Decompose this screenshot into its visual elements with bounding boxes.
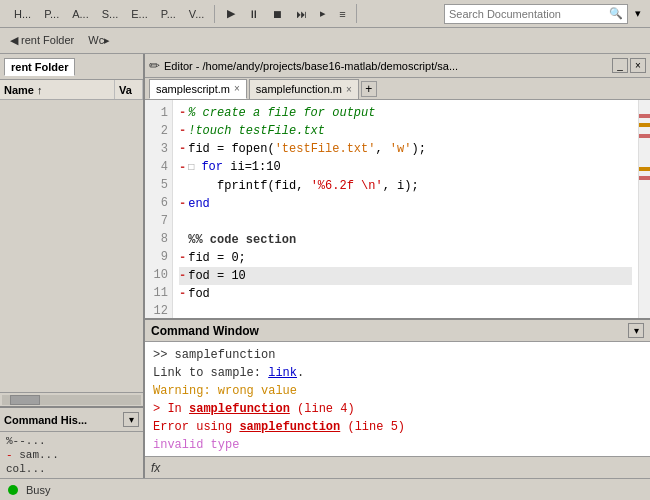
cmd-line-4: > In samplefunction (line 4)	[153, 400, 642, 418]
code-line-3: - fid = fopen('testFile.txt', 'w');	[179, 140, 632, 158]
code-line-2: - !touch testFile.txt	[179, 122, 632, 140]
editor-titlebar: ✏ Editor - /home/andy/projects/base16-ma…	[145, 54, 650, 78]
cmd-line-6: invalid type	[153, 436, 642, 454]
code-line-6: - end	[179, 195, 632, 213]
command-window-title: Command Window	[151, 324, 259, 338]
menu-e[interactable]: E...	[125, 5, 154, 23]
left-panel: rent Folder Name ↑ Va Command His... ▾	[0, 54, 145, 478]
search-button[interactable]: 🔍	[609, 7, 623, 20]
cmd-fx-bar: fx	[145, 456, 650, 478]
samplefunction-link-5[interactable]: samplefunction	[239, 420, 340, 434]
list-item: - sam...	[6, 448, 137, 462]
filter-button[interactable]: ▾	[630, 4, 646, 23]
cmd-line-2: Link to sample: link.	[153, 364, 642, 382]
fx-label: fx	[151, 461, 160, 475]
hscroll-thumb[interactable]	[10, 395, 40, 405]
tab-samplescript[interactable]: samplescript.m ×	[149, 79, 247, 99]
code-line-8: - %% code section	[179, 231, 632, 249]
file-list	[0, 100, 143, 392]
samplefunction-link-4[interactable]: samplefunction	[189, 402, 290, 416]
menu-a[interactable]: A...	[66, 5, 95, 23]
col-name-header[interactable]: Name ↑	[0, 80, 115, 99]
wc-btn[interactable]: Wc▸	[82, 31, 116, 50]
toolbar-group-actions: ▶ ⏸ ⏹ ⏭ ▸ ≡	[217, 4, 356, 23]
editor-close-btn[interactable]: ×	[630, 58, 646, 73]
editor-icon: ✏	[149, 58, 160, 73]
code-line-10: - fod = 10	[179, 267, 632, 285]
nav-btn[interactable]: ≡	[333, 5, 351, 23]
hscroll-track[interactable]	[2, 395, 141, 405]
command-history-panel: Command His... ▾ %--... - sam... col...	[0, 406, 143, 478]
editor-minimize-btn[interactable]: _	[612, 58, 628, 73]
status-text: Busy	[26, 484, 50, 496]
col-value-header[interactable]: Va	[115, 80, 143, 99]
code-line-1: - % create a file for output	[179, 104, 632, 122]
code-line-4: - □ for ii=1:10	[179, 158, 632, 177]
search-input[interactable]	[449, 8, 609, 20]
tab-samplefunction[interactable]: samplefunction.m ×	[249, 79, 359, 99]
list-item: %--...	[6, 434, 137, 448]
scroll-mark-5	[639, 176, 650, 180]
secondary-toolbar: ◀ rent Folder Wc▸	[0, 28, 650, 54]
cmd-window-expand-btn[interactable]: ▾	[628, 323, 644, 338]
code-line-5: - fprintf(fid, '%6.2f \n', i);	[179, 177, 632, 195]
cmd-line-3: Warning: wrong value	[153, 382, 642, 400]
menu-p[interactable]: P...	[38, 5, 65, 23]
scroll-mark-1	[639, 114, 650, 118]
menu-h[interactable]: H...	[8, 5, 37, 23]
code-line-11: - fod	[179, 285, 632, 303]
command-history-title: Command His...	[4, 414, 87, 426]
menu-s[interactable]: S...	[96, 5, 125, 23]
file-list-header: Name ↑ Va	[0, 80, 143, 100]
toolbar-group-menus: H... P... A... S... E... P... V...	[4, 5, 215, 23]
cmd-history-expand-btn[interactable]: ▾	[123, 412, 139, 427]
command-window-header: Command Window ▾	[145, 320, 650, 342]
scroll-mark-4	[639, 167, 650, 171]
step-btn[interactable]: ⏭	[290, 5, 313, 23]
more-btn[interactable]: ▸	[314, 4, 332, 23]
stop-btn[interactable]: ⏹	[266, 5, 289, 23]
command-window-body[interactable]: >> samplefunction Link to sample: link. …	[145, 342, 650, 456]
command-history-body: %--... - sam... col...	[0, 432, 143, 478]
search-container: 🔍	[444, 4, 628, 24]
menu-p2[interactable]: P...	[155, 5, 182, 23]
right-scroll-indicators	[638, 100, 650, 318]
code-line-7	[179, 213, 632, 231]
editor-tabs: samplescript.m × samplefunction.m × +	[145, 78, 650, 100]
pause-btn[interactable]: ⏸	[242, 5, 265, 23]
editor-controls: _ ×	[612, 58, 646, 73]
status-bar: Busy	[0, 478, 650, 500]
current-folder-header: rent Folder	[0, 54, 143, 80]
main-toolbar: H... P... A... S... E... P... V... ▶ ⏸ ⏹…	[0, 0, 650, 28]
cmd-line-5: Error using samplefunction (line 5)	[153, 418, 642, 436]
command-history-header: Command His... ▾	[0, 408, 143, 432]
editor-title: Editor - /home/andy/projects/base16-matl…	[164, 60, 608, 72]
tab-current-folder[interactable]: rent Folder	[4, 58, 75, 76]
tab-close-samplescript[interactable]: ×	[234, 83, 240, 94]
hscroll-bar[interactable]	[0, 392, 143, 406]
line-numbers: 1 2 3 4 5 6 7 8 9 10 11 12	[145, 100, 173, 318]
tab-close-samplefunction[interactable]: ×	[346, 84, 352, 95]
right-panel: ✏ Editor - /home/andy/projects/base16-ma…	[145, 54, 650, 478]
menu-v[interactable]: V...	[183, 5, 211, 23]
list-item: col...	[6, 462, 137, 476]
main-area: rent Folder Name ↑ Va Command His... ▾	[0, 54, 650, 478]
command-window: Command Window ▾ >> samplefunction Link …	[145, 318, 650, 478]
sample-link[interactable]: link	[268, 366, 297, 380]
current-folder-btn[interactable]: ◀ rent Folder	[4, 31, 80, 50]
tab-add-button[interactable]: +	[361, 81, 377, 97]
run-btn[interactable]: ▶	[221, 4, 241, 23]
code-editor: 1 2 3 4 5 6 7 8 9 10 11 12 - % create a …	[145, 100, 650, 318]
code-line-12	[179, 303, 632, 318]
scroll-mark-3	[639, 134, 650, 138]
code-line-9: - fid = 0;	[179, 249, 632, 267]
status-indicator	[8, 485, 18, 495]
scroll-mark-2	[639, 123, 650, 127]
cmd-line-1: >> samplefunction	[153, 346, 642, 364]
code-content[interactable]: - % create a file for output - !touch te…	[173, 100, 638, 318]
